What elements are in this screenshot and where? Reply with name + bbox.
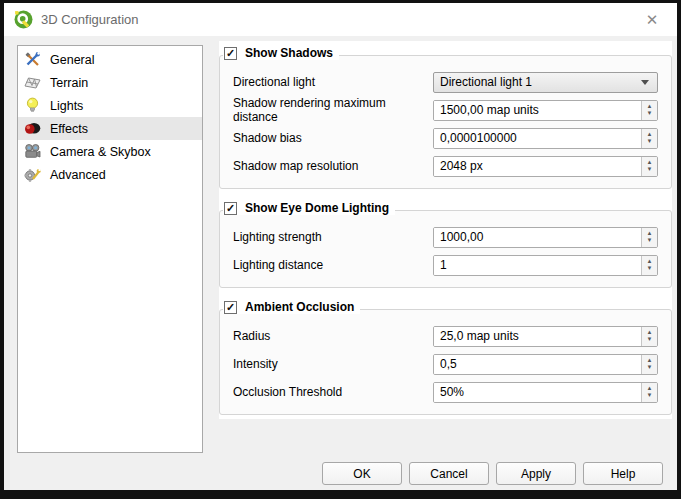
spin-up-icon[interactable]: ▲	[647, 159, 653, 166]
bulb-icon	[24, 97, 41, 114]
spin-up-icon[interactable]: ▲	[647, 131, 653, 138]
sidebar-item-advanced[interactable]: Advanced	[18, 163, 202, 186]
setting-row: Shadow map resolution2048 px▲▼	[233, 156, 658, 176]
sidebar-item-label: Advanced	[50, 168, 106, 182]
settings-sidebar: General Terrain Lights Effects Camera & …	[17, 45, 203, 453]
setting-label: Shadow bias	[233, 131, 433, 145]
section-checkbox[interactable]: ✓	[224, 47, 237, 60]
cancel-button[interactable]: Cancel	[409, 462, 489, 485]
sidebar-item-label: Terrain	[50, 76, 88, 90]
setting-row: Lighting distance1▲▼	[233, 255, 658, 275]
group-title: ✓Show Shadows	[223, 46, 339, 60]
setting-row: Lighting strength1000,00▲▼	[233, 227, 658, 247]
spinbox-input[interactable]: 1000,00	[434, 228, 641, 247]
spin-down-icon[interactable]: ▼	[647, 364, 653, 371]
setting-row: Shadow rendering maximum distance1500,00…	[233, 100, 658, 120]
spinbox-input[interactable]: 1500,00 map units	[434, 101, 641, 120]
close-icon[interactable]: ✕	[637, 7, 667, 33]
apply-button[interactable]: Apply	[496, 462, 576, 485]
spinbox-steppers[interactable]: ▲▼	[641, 129, 657, 148]
title-bar: 3D Configuration ✕	[4, 3, 677, 36]
effects-settings-panel: ✓Show ShadowsDirectional lightDirectiona…	[219, 41, 672, 419]
sidebar-item-label: Lights	[50, 99, 83, 113]
spin-down-icon[interactable]: ▼	[647, 166, 653, 173]
setting-label: Intensity	[233, 357, 433, 371]
spin-down-icon[interactable]: ▼	[647, 237, 653, 244]
sphere-icon	[24, 120, 41, 137]
spinbox-input[interactable]: 0,0000100000	[434, 129, 641, 148]
setting-label: Lighting strength	[233, 230, 433, 244]
combo-select[interactable]: Directional light 1	[433, 72, 658, 93]
spinbox: 25,0 map units▲▼	[433, 326, 658, 347]
group-title: ✓Show Eye Dome Lighting	[223, 201, 395, 215]
setting-label: Shadow map resolution	[233, 159, 433, 173]
spinbox-steppers[interactable]: ▲▼	[641, 383, 657, 402]
spinbox-input[interactable]: 50%	[434, 383, 641, 402]
spinbox: 1▲▼	[433, 255, 658, 276]
setting-label: Shadow rendering maximum distance	[233, 96, 433, 124]
ok-button[interactable]: OK	[322, 462, 402, 485]
setting-label: Radius	[233, 329, 433, 343]
sidebar-item-general[interactable]: General	[18, 48, 202, 71]
group-show-eye-dome-lighting: ✓Show Eye Dome LightingLighting strength…	[219, 210, 672, 288]
spinbox: 1500,00 map units▲▼	[433, 100, 658, 121]
setting-label: Lighting distance	[233, 258, 433, 272]
terrain-icon	[24, 74, 41, 91]
spin-down-icon[interactable]: ▼	[647, 336, 653, 343]
gear-wrench-icon	[24, 166, 41, 183]
chevron-down-icon	[641, 80, 649, 85]
spin-down-icon[interactable]: ▼	[647, 265, 653, 272]
section-title: Show Shadows	[245, 46, 333, 60]
sidebar-item-label: Camera & Skybox	[50, 145, 151, 159]
section-title: Ambient Occlusion	[245, 300, 354, 314]
sidebar-item-camera-skybox[interactable]: Camera & Skybox	[18, 140, 202, 163]
spinbox-steppers[interactable]: ▲▼	[641, 157, 657, 176]
spinbox-input[interactable]: 25,0 map units	[434, 327, 641, 346]
sidebar-item-effects[interactable]: Effects	[18, 117, 202, 140]
spinbox: 1000,00▲▼	[433, 227, 658, 248]
spin-down-icon[interactable]: ▼	[647, 138, 653, 145]
spin-up-icon[interactable]: ▲	[647, 103, 653, 110]
spinbox-steppers[interactable]: ▲▼	[641, 256, 657, 275]
setting-row: Intensity0,5▲▼	[233, 354, 658, 374]
spinbox-steppers[interactable]: ▲▼	[641, 327, 657, 346]
spin-up-icon[interactable]: ▲	[647, 230, 653, 237]
spinbox-steppers[interactable]: ▲▼	[641, 355, 657, 374]
spinbox-steppers[interactable]: ▲▼	[641, 101, 657, 120]
dialog-3d-configuration: 3D Configuration ✕ General Terrain Light…	[4, 3, 677, 490]
spinbox: 2048 px▲▼	[433, 156, 658, 177]
spin-up-icon[interactable]: ▲	[647, 329, 653, 336]
spinbox: 0,5▲▼	[433, 354, 658, 375]
spinbox: 50%▲▼	[433, 382, 658, 403]
combo-value: Directional light 1	[440, 75, 641, 89]
tools-icon	[24, 51, 41, 68]
section-checkbox[interactable]: ✓	[224, 301, 237, 314]
spin-down-icon[interactable]: ▼	[647, 110, 653, 117]
spinbox-input[interactable]: 1	[434, 256, 641, 275]
qgis-logo-icon	[14, 10, 33, 29]
spinbox-input[interactable]: 0,5	[434, 355, 641, 374]
group-ambient-occlusion: ✓Ambient OcclusionRadius25,0 map units▲▼…	[219, 309, 672, 415]
sidebar-item-terrain[interactable]: Terrain	[18, 71, 202, 94]
camera-icon	[24, 143, 41, 160]
setting-row: Occlusion Threshold50%▲▼	[233, 382, 658, 402]
spinbox-input[interactable]: 2048 px	[434, 157, 641, 176]
spin-up-icon[interactable]: ▲	[647, 385, 653, 392]
spin-down-icon[interactable]: ▼	[647, 392, 653, 399]
section-title: Show Eye Dome Lighting	[245, 201, 389, 215]
spinbox: 0,0000100000▲▼	[433, 128, 658, 149]
setting-row: Directional lightDirectional light 1	[233, 72, 658, 92]
spin-up-icon[interactable]: ▲	[647, 357, 653, 364]
setting-label: Directional light	[233, 75, 433, 89]
setting-row: Shadow bias0,0000100000▲▼	[233, 128, 658, 148]
group-title: ✓Ambient Occlusion	[223, 300, 360, 314]
section-checkbox[interactable]: ✓	[224, 202, 237, 215]
sidebar-item-lights[interactable]: Lights	[18, 94, 202, 117]
spinbox-steppers[interactable]: ▲▼	[641, 228, 657, 247]
spin-up-icon[interactable]: ▲	[647, 258, 653, 265]
desktop-background: { "window": { "title": "3D Configuration…	[0, 0, 681, 499]
group-show-shadows: ✓Show ShadowsDirectional lightDirectiona…	[219, 55, 672, 189]
dialog-button-bar: OKCancelApplyHelp	[322, 462, 663, 485]
sidebar-item-label: General	[50, 53, 94, 67]
help-button[interactable]: Help	[583, 462, 663, 485]
